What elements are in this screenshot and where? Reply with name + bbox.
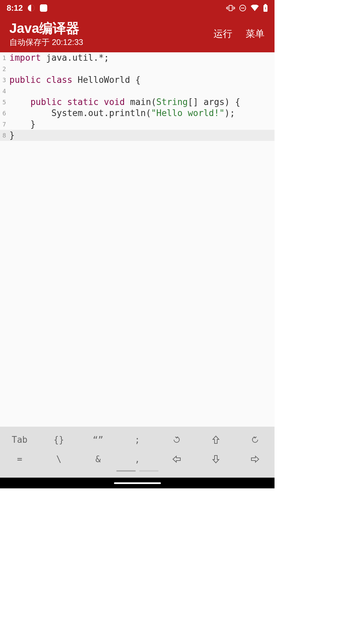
home-indicator[interactable]	[114, 482, 161, 484]
code-editor[interactable]: 1import java.util.*;23public class Hello…	[0, 52, 275, 427]
app-actions: 运行 菜单	[214, 28, 268, 40]
toolbar-key-comma[interactable]: ,	[118, 449, 157, 469]
status-left: 8:12	[7, 3, 48, 13]
code-line[interactable]: 7 }	[0, 119, 275, 130]
code-line[interactable]: 2	[0, 63, 275, 74]
line-content[interactable]: }	[7, 130, 15, 141]
toolbar-key-semicolon[interactable]: ;	[118, 430, 157, 449]
toolbar-undo-icon[interactable]	[157, 430, 196, 449]
line-content[interactable]: public static void main(String[] args) {	[7, 97, 240, 108]
toolbar-up-icon[interactable]	[196, 430, 235, 449]
app-indicator-icon	[27, 4, 35, 12]
toolbar-redo-icon[interactable]	[235, 430, 275, 449]
run-button[interactable]: 运行	[214, 28, 232, 40]
toolbar-key-ampersand[interactable]: &	[78, 449, 118, 469]
app-square-icon	[40, 4, 48, 12]
page-dot-active	[116, 470, 136, 472]
autosave-status: 自动保存于 20:12:33	[9, 37, 83, 48]
line-number: 2	[0, 63, 7, 74]
line-number: 8	[0, 130, 7, 141]
toolbar-key-tab[interactable]: Tab	[0, 430, 39, 449]
vibrate-icon	[226, 5, 235, 11]
toolbar-key-backslash[interactable]: \	[39, 449, 78, 469]
clock: 8:12	[7, 3, 23, 13]
code-line[interactable]: 8}	[0, 130, 275, 141]
battery-icon	[263, 4, 268, 12]
line-number: 7	[0, 119, 7, 130]
toolbar-down-icon[interactable]	[196, 449, 235, 469]
toolbar-right-icon[interactable]	[235, 449, 275, 469]
toolbar-key-equals[interactable]: =	[0, 449, 39, 469]
page-dot-inactive	[139, 470, 159, 472]
status-bar: 8:12	[0, 0, 275, 16]
toolbar-key-quotes[interactable]: “”	[78, 430, 118, 449]
toolbar-key-braces[interactable]: {}	[39, 430, 78, 449]
svg-rect-1	[40, 4, 47, 12]
symbol-toolbar: Tab{}“”; =\&,	[0, 427, 275, 478]
wifi-icon	[250, 5, 259, 11]
status-right	[226, 4, 268, 12]
line-number: 4	[0, 86, 7, 97]
code-line[interactable]: 5 public static void main(String[] args)…	[0, 97, 275, 108]
line-number: 3	[0, 74, 7, 86]
app-bar: Java编译器 自动保存于 20:12:33 运行 菜单	[0, 16, 275, 52]
menu-button[interactable]: 菜单	[246, 28, 264, 40]
svg-rect-2	[229, 5, 232, 11]
line-content[interactable]: }	[7, 119, 36, 130]
code-line[interactable]: 3public class HelloWorld {	[0, 74, 275, 86]
svg-rect-10	[264, 4, 266, 5]
line-number: 6	[0, 108, 7, 119]
line-content[interactable]	[7, 86, 9, 97]
line-content[interactable]: import java.util.*;	[7, 52, 109, 63]
system-nav-bar	[0, 478, 275, 488]
toolbar-page-indicator	[0, 470, 275, 472]
dnd-icon	[239, 4, 246, 12]
line-number: 1	[0, 52, 7, 63]
app-title: Java编译器	[9, 20, 83, 36]
line-content[interactable]: public class HelloWorld {	[7, 74, 140, 86]
code-line[interactable]: 4	[0, 86, 275, 97]
toolbar-left-icon[interactable]	[157, 449, 196, 469]
title-block: Java编译器 自动保存于 20:12:33	[9, 20, 83, 48]
line-content[interactable]: System.out.println("Hello world!");	[7, 108, 235, 119]
line-content[interactable]	[7, 63, 9, 74]
toolbar-row-1: Tab{}“”;	[0, 430, 275, 449]
line-number: 5	[0, 97, 7, 108]
code-line[interactable]: 1import java.util.*;	[0, 52, 275, 63]
toolbar-row-2: =\&,	[0, 449, 275, 469]
code-line[interactable]: 6 System.out.println("Hello world!");	[0, 108, 275, 119]
